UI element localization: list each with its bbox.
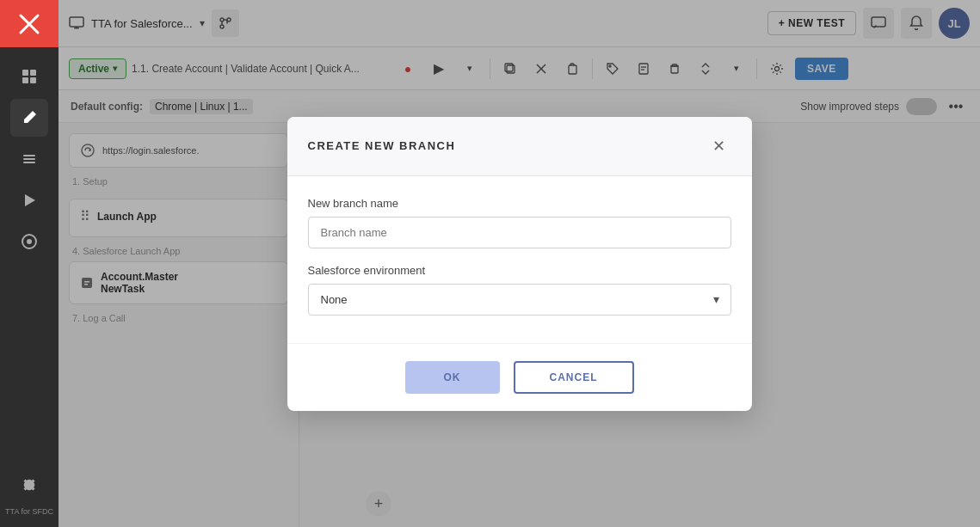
sidebar-nav bbox=[10, 47, 48, 466]
env-select[interactable]: None Production Sandbox bbox=[308, 284, 731, 316]
modal-footer: OK CANCEL bbox=[287, 343, 752, 411]
svg-rect-7 bbox=[23, 158, 35, 160]
branch-name-input[interactable] bbox=[308, 217, 731, 248]
cancel-button[interactable]: CANCEL bbox=[514, 361, 634, 394]
svg-rect-2 bbox=[22, 70, 28, 76]
sidebar: TTA for SFDC bbox=[0, 0, 59, 527]
svg-rect-6 bbox=[23, 155, 35, 156]
env-select-wrapper: None Production Sandbox ▾ bbox=[308, 284, 731, 316]
modal-header: CREATE NEW BRANCH ✕ bbox=[287, 117, 752, 176]
ok-button[interactable]: OK bbox=[405, 361, 500, 394]
sidebar-user-label: TTA for SFDC bbox=[2, 507, 57, 517]
modal-body: New branch name Salesforce environment N… bbox=[287, 176, 752, 322]
sidebar-item-dashboard[interactable] bbox=[10, 58, 48, 95]
modal-close-button[interactable]: ✕ bbox=[707, 134, 731, 158]
sidebar-bottom: TTA for SFDC bbox=[2, 466, 57, 527]
svg-rect-3 bbox=[30, 70, 36, 76]
svg-rect-4 bbox=[22, 77, 28, 83]
svg-marker-9 bbox=[25, 194, 35, 206]
sidebar-logo[interactable] bbox=[0, 0, 59, 47]
modal-title: CREATE NEW BRANCH bbox=[308, 139, 456, 152]
sidebar-item-edit[interactable] bbox=[10, 99, 48, 137]
main-area: TTA for Salesforce... ▾ + NEW TEST JL Ac… bbox=[59, 0, 980, 527]
branch-name-label: New branch name bbox=[308, 197, 731, 210]
create-branch-modal: CREATE NEW BRANCH ✕ New branch name Sale… bbox=[287, 117, 752, 411]
modal-overlay: CREATE NEW BRANCH ✕ New branch name Sale… bbox=[59, 0, 980, 527]
sidebar-item-integrations[interactable] bbox=[10, 223, 48, 260]
svg-point-11 bbox=[27, 239, 32, 244]
sidebar-item-play[interactable] bbox=[10, 181, 48, 219]
sidebar-item-settings[interactable] bbox=[10, 466, 48, 504]
salesforce-env-label: Salesforce environment bbox=[308, 264, 731, 277]
svg-rect-8 bbox=[23, 162, 35, 163]
sidebar-item-list[interactable] bbox=[10, 140, 48, 178]
svg-rect-5 bbox=[30, 77, 36, 83]
